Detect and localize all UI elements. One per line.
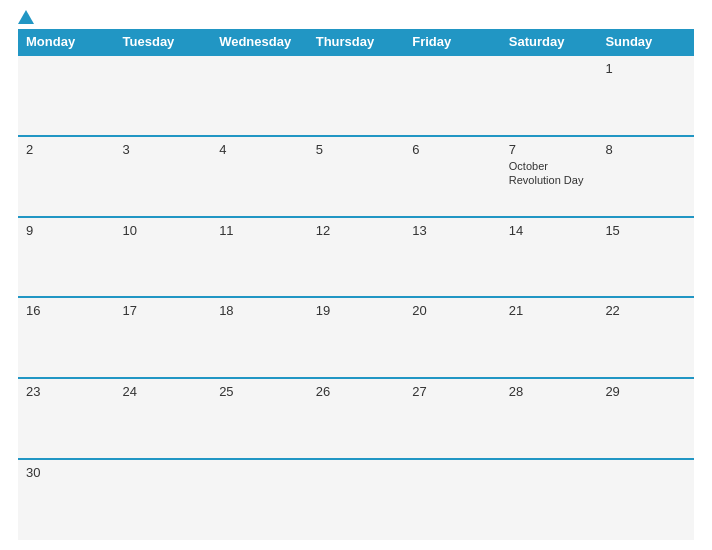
calendar-cell bbox=[308, 459, 405, 540]
day-number: 13 bbox=[412, 223, 493, 238]
day-number: 24 bbox=[123, 384, 204, 399]
calendar-cell bbox=[501, 55, 598, 136]
day-number: 15 bbox=[605, 223, 686, 238]
top-bar bbox=[18, 10, 694, 25]
weekday-header-tuesday: Tuesday bbox=[115, 29, 212, 55]
weekday-header-saturday: Saturday bbox=[501, 29, 598, 55]
calendar-cell: 14 bbox=[501, 217, 598, 298]
day-number: 20 bbox=[412, 303, 493, 318]
calendar-cell: 19 bbox=[308, 297, 405, 378]
calendar-cell: 24 bbox=[115, 378, 212, 459]
day-number: 2 bbox=[26, 142, 107, 157]
week-row-1: 1 bbox=[18, 55, 694, 136]
day-number: 12 bbox=[316, 223, 397, 238]
day-number: 1 bbox=[605, 61, 686, 76]
calendar-cell: 27 bbox=[404, 378, 501, 459]
calendar-cell bbox=[308, 55, 405, 136]
calendar-cell: 23 bbox=[18, 378, 115, 459]
calendar-cell: 29 bbox=[597, 378, 694, 459]
day-number: 26 bbox=[316, 384, 397, 399]
day-number: 23 bbox=[26, 384, 107, 399]
calendar-cell: 17 bbox=[115, 297, 212, 378]
day-number: 10 bbox=[123, 223, 204, 238]
day-number: 5 bbox=[316, 142, 397, 157]
calendar-cell bbox=[18, 55, 115, 136]
week-row-3: 9101112131415 bbox=[18, 217, 694, 298]
calendar-cell bbox=[115, 55, 212, 136]
weekday-header-monday: Monday bbox=[18, 29, 115, 55]
day-number: 8 bbox=[605, 142, 686, 157]
calendar-cell: 20 bbox=[404, 297, 501, 378]
day-number: 6 bbox=[412, 142, 493, 157]
day-number: 17 bbox=[123, 303, 204, 318]
day-number: 4 bbox=[219, 142, 300, 157]
calendar-cell: 8 bbox=[597, 136, 694, 217]
day-number: 19 bbox=[316, 303, 397, 318]
calendar-cell: 12 bbox=[308, 217, 405, 298]
calendar-cell: 21 bbox=[501, 297, 598, 378]
week-row-2: 234567October Revolution Day8 bbox=[18, 136, 694, 217]
calendar-cell bbox=[404, 459, 501, 540]
calendar-cell: 16 bbox=[18, 297, 115, 378]
weekday-header-sunday: Sunday bbox=[597, 29, 694, 55]
calendar-table: MondayTuesdayWednesdayThursdayFridaySatu… bbox=[18, 29, 694, 540]
day-number: 11 bbox=[219, 223, 300, 238]
calendar-cell: 22 bbox=[597, 297, 694, 378]
day-number: 18 bbox=[219, 303, 300, 318]
calendar-cell: 30 bbox=[18, 459, 115, 540]
calendar-cell bbox=[211, 55, 308, 136]
day-number: 25 bbox=[219, 384, 300, 399]
day-number: 7 bbox=[509, 142, 590, 157]
day-number: 16 bbox=[26, 303, 107, 318]
day-number: 14 bbox=[509, 223, 590, 238]
calendar-cell: 6 bbox=[404, 136, 501, 217]
day-number: 3 bbox=[123, 142, 204, 157]
week-row-6: 30 bbox=[18, 459, 694, 540]
calendar-cell bbox=[501, 459, 598, 540]
weekday-header-friday: Friday bbox=[404, 29, 501, 55]
holiday-text: October Revolution Day bbox=[509, 159, 590, 188]
day-number: 27 bbox=[412, 384, 493, 399]
calendar-cell: 15 bbox=[597, 217, 694, 298]
calendar-cell: 7October Revolution Day bbox=[501, 136, 598, 217]
day-number: 30 bbox=[26, 465, 107, 480]
calendar-cell: 25 bbox=[211, 378, 308, 459]
calendar-cell: 26 bbox=[308, 378, 405, 459]
calendar-cell: 10 bbox=[115, 217, 212, 298]
week-row-5: 23242526272829 bbox=[18, 378, 694, 459]
calendar-cell: 11 bbox=[211, 217, 308, 298]
day-number: 9 bbox=[26, 223, 107, 238]
week-row-4: 16171819202122 bbox=[18, 297, 694, 378]
calendar-cell bbox=[404, 55, 501, 136]
calendar-cell: 1 bbox=[597, 55, 694, 136]
weekday-header-thursday: Thursday bbox=[308, 29, 405, 55]
day-number: 29 bbox=[605, 384, 686, 399]
calendar-cell bbox=[211, 459, 308, 540]
logo-triangle-icon bbox=[18, 10, 34, 24]
day-number: 21 bbox=[509, 303, 590, 318]
calendar-cell: 5 bbox=[308, 136, 405, 217]
logo bbox=[18, 10, 36, 25]
calendar-cell bbox=[597, 459, 694, 540]
calendar-cell: 13 bbox=[404, 217, 501, 298]
calendar-cell: 9 bbox=[18, 217, 115, 298]
calendar-cell: 18 bbox=[211, 297, 308, 378]
calendar-cell: 28 bbox=[501, 378, 598, 459]
calendar-cell bbox=[115, 459, 212, 540]
calendar-cell: 3 bbox=[115, 136, 212, 217]
day-number: 22 bbox=[605, 303, 686, 318]
day-number: 28 bbox=[509, 384, 590, 399]
weekday-header-wednesday: Wednesday bbox=[211, 29, 308, 55]
calendar-cell: 2 bbox=[18, 136, 115, 217]
calendar-cell: 4 bbox=[211, 136, 308, 217]
weekday-header-row: MondayTuesdayWednesdayThursdayFridaySatu… bbox=[18, 29, 694, 55]
